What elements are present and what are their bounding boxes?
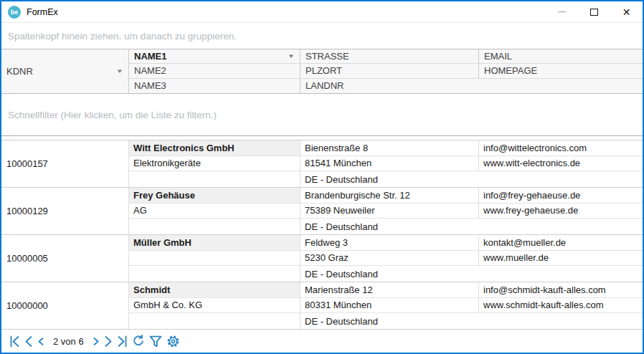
table-row[interactable]: 10000129 Frey Gehäuse Brandenburgische S… [1,188,643,235]
cell-plzort[interactable]: 80331 München [300,298,479,314]
kdnr-value: 10000000 [6,300,48,311]
column-header-kdnr-label: KDNR [6,66,113,77]
plzort-value: 5230 Graz [305,252,349,263]
chevron-down-icon[interactable]: ▼ [116,68,123,75]
column-header-plzort[interactable]: PLZORT [300,64,479,78]
group-by-panel[interactable]: Spaltenkopf hinein ziehen, um danach zu … [1,23,643,49]
cell-plzort[interactable]: 81541 München [300,156,479,172]
column-header-name1[interactable]: NAME1 ▼ [129,49,300,64]
column-header-landnr[interactable]: LANDNR [300,79,479,93]
column-header-name2[interactable]: NAME2 [129,64,300,78]
cell-name2[interactable]: AG [129,204,300,219]
cell-email[interactable]: kontakt@mueller.de [479,235,643,251]
cell-homepage[interactable]: www.frey-gehaeuse.de [479,204,643,219]
kdnr-value: 10000157 [6,158,48,169]
landnr-value: DE - Deutschland [305,316,378,327]
next-record-button[interactable] [90,333,102,350]
cell-name1[interactable]: Müller GmbH [129,235,300,251]
cell-landnr[interactable]: DE - Deutschland [300,171,479,187]
plzort-value: 80331 München [305,300,371,310]
cell-email[interactable]: info@schmidt-kauft-alles.com [479,282,643,298]
plzort-value: 81541 München [305,158,371,168]
column-header-homepage[interactable]: HOMEPAGE [479,64,643,78]
maximize-icon [590,9,598,16]
cell-kdnr[interactable]: 10000157 [1,140,129,187]
plzort-value: 75389 Neuweiler [305,205,375,216]
column-header-kdnr[interactable]: KDNR ▼ [1,49,129,93]
name2-value: GmbH & Co. KG [133,300,202,310]
strasse-value: Brandenburgische Str. 12 [305,190,410,201]
filter-button[interactable] [147,333,164,350]
column-header-strasse[interactable]: STRASSE [300,49,479,64]
column-header-homepage-label: HOMEPAGE [484,65,637,76]
cell-strasse[interactable]: Marienstraße 12 [300,282,479,298]
column-header-plzort-label: PLZORT [306,65,473,76]
minimize-button[interactable] [546,1,578,22]
cell-name3[interactable] [129,266,300,282]
cell-name3[interactable] [129,219,300,234]
cell-kdnr[interactable]: 10000129 [1,188,129,234]
prev-record-icon [37,337,44,346]
next-record-icon [93,337,100,346]
record-position-label: 2 von 6 [53,336,84,347]
strasse-value: Marienstraße 12 [305,284,373,295]
cell-strasse[interactable]: Brandenburgische Str. 12 [300,188,479,204]
next-page-button[interactable] [102,333,115,350]
name2-value: AG [133,205,147,216]
email-value: info@wittelectronics.com [483,143,587,153]
cell-name2[interactable]: Elektronikgeräte [129,156,300,172]
maximize-button[interactable] [578,1,610,22]
cell-landnr[interactable]: DE - Deutschland [300,313,479,329]
settings-button[interactable] [164,333,182,350]
column-header-email[interactable]: EMAIL [479,49,643,64]
chevron-down-icon[interactable]: ▼ [288,53,295,59]
cell-email[interactable]: info@wittelectronics.com [479,140,643,156]
cell-kdnr[interactable]: 10000005 [1,235,129,282]
table-row[interactable]: 10000005 Müller GmbH Feldweg 3 kontakt@m… [1,235,643,282]
cell-landnr[interactable]: DE - Deutschland [300,219,479,234]
cell-name3[interactable] [129,313,300,329]
cell-plzort[interactable]: 75389 Neuweiler [300,204,479,219]
cell-name2[interactable] [129,251,300,267]
cell-homepage[interactable]: www.mueller.de [479,251,643,267]
close-button[interactable]: ✕ [610,1,643,22]
refresh-icon [132,335,145,348]
filter-funnel-icon [149,335,162,348]
cell-strasse[interactable]: Feldweg 3 [300,235,479,251]
column-header-name2-label: NAME2 [134,65,294,76]
quick-filter-panel[interactable]: Schnellfilter (Hier klicken, um die List… [1,94,643,136]
homepage-value: www.frey-gehaeuse.de [483,205,578,216]
kdnr-value: 10000129 [6,206,48,216]
cell-name1[interactable]: Frey Gehäuse [129,188,300,204]
column-header-name3[interactable]: NAME3 [129,79,300,93]
table-row[interactable]: 10000000 Schmidt Marienstraße 12 info@sc… [1,282,643,330]
homepage-value: www.witt-electronics.de [483,158,580,168]
cell-name1[interactable]: Schmidt [129,282,300,298]
cell-email[interactable]: info@frey-gehaeuse.de [479,188,643,204]
homepage-value: www.schmidt-kauft-alles.com [483,300,604,310]
prev-record-button[interactable] [35,333,47,350]
cell-name2[interactable]: GmbH & Co. KG [129,298,300,314]
titlebar[interactable]: be FormEx ✕ [1,1,643,23]
window-title: FormEx [27,7,58,17]
first-record-button[interactable] [7,333,22,350]
kdnr-value: 10000005 [6,253,48,264]
cell-homepage[interactable]: www.witt-electronics.de [479,156,643,172]
refresh-button[interactable] [130,333,147,350]
cell-landnr[interactable]: DE - Deutschland [300,266,479,282]
minimize-icon [558,11,566,12]
close-icon: ✕ [622,7,631,17]
table-row[interactable]: 10000157 Witt Electronics GmbH Bienenstr… [1,140,643,188]
cell-name1[interactable]: Witt Electronics GmbH [129,140,300,156]
prev-page-button[interactable] [22,333,35,350]
name1-value: Frey Gehäuse [133,190,195,201]
cell-strasse[interactable]: Bienenstraße 8 [300,140,479,156]
column-header-name1-label: NAME1 [134,51,284,62]
cell-plzort[interactable]: 5230 Graz [300,251,479,267]
last-record-button[interactable] [115,333,130,350]
cell-kdnr[interactable]: 10000000 [1,282,129,329]
email-value: info@frey-gehaeuse.de [483,190,580,201]
quick-filter-hint: Schnellfilter (Hier klicken, um die List… [8,110,217,120]
cell-homepage[interactable]: www.schmidt-kauft-alles.com [479,298,643,314]
cell-name3[interactable] [129,171,300,187]
